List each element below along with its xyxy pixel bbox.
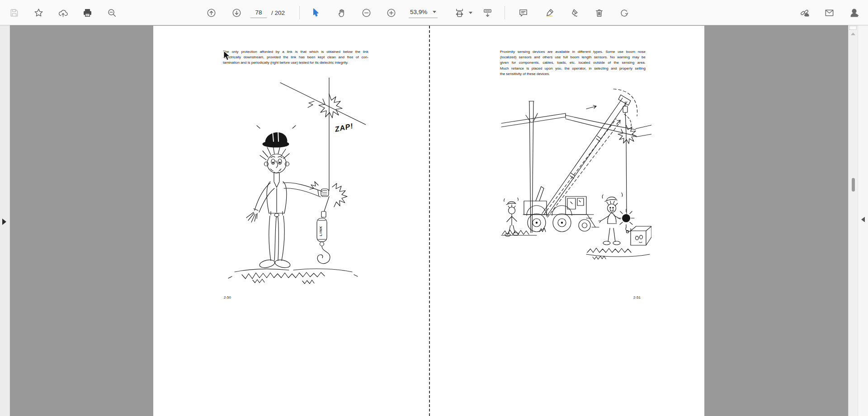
power-line <box>280 83 366 125</box>
vertical-scrollbar[interactable] <box>848 25 858 416</box>
rotate-button[interactable] <box>617 6 631 19</box>
plus-circle-icon <box>386 8 396 18</box>
pdf-viewer-window: / 202 <box>0 0 868 416</box>
search-button[interactable] <box>105 6 118 19</box>
spark-burst <box>319 94 342 118</box>
left-panel-expand-button[interactable] <box>2 219 6 225</box>
grass <box>242 272 325 279</box>
spark-zigzag <box>308 101 314 108</box>
zoom-in-button[interactable] <box>384 6 398 19</box>
person-add-icon <box>849 8 859 18</box>
delete-button[interactable] <box>592 6 606 19</box>
zap-text: ZAP! <box>334 122 354 133</box>
comment-button[interactable] <box>516 6 530 19</box>
arrow-down-circle-icon <box>231 8 242 18</box>
page-scrolling-icon <box>482 8 493 18</box>
toolbar: / 202 <box>0 0 868 25</box>
toolbar-divider <box>299 6 300 19</box>
hand-tool-button[interactable] <box>335 6 349 19</box>
cloud-upload-button[interactable] <box>56 6 70 19</box>
page-divider-dashed-line <box>429 26 430 416</box>
fit-width-control[interactable] <box>453 6 472 19</box>
hook-block <box>623 106 627 112</box>
fountain-pen-icon <box>569 8 579 18</box>
scrollbar-top-box <box>849 26 857 30</box>
save-button[interactable] <box>7 6 21 19</box>
print-button[interactable] <box>80 6 94 19</box>
left-page-number: 2-50 <box>224 295 231 299</box>
hand-spark-left <box>310 182 318 189</box>
swing-arrow <box>617 120 620 124</box>
page-count-label: / 202 <box>271 9 285 16</box>
share-link-button[interactable] <box>797 6 811 19</box>
printer-icon <box>82 8 93 18</box>
worker-head <box>509 207 515 214</box>
page-scroll-mode-button[interactable] <box>481 6 494 19</box>
shoe <box>274 259 291 269</box>
shoe <box>259 259 276 269</box>
paragraph-line: Much reliance is placed upon you, the op… <box>500 66 646 71</box>
link-cloud-icon <box>799 8 810 18</box>
paragraph-line: -electrically downstream, provided the l… <box>223 55 368 60</box>
hand-spark-right <box>332 183 347 207</box>
spark-burst <box>618 125 637 144</box>
chevron-down-icon <box>469 12 472 14</box>
rotate-icon <box>619 8 629 18</box>
next-page-button[interactable] <box>230 6 243 19</box>
operator-hat <box>605 197 617 201</box>
toolbar-left-group <box>7 0 118 25</box>
chevron-down-icon <box>433 11 436 13</box>
boom-tip <box>618 95 631 105</box>
fit-width-button[interactable] <box>453 6 466 19</box>
scroll-up-button[interactable] <box>851 33 855 35</box>
highlight-button[interactable] <box>542 6 556 19</box>
paragraph-line: The only protection afforded by a link i… <box>223 49 368 55</box>
worker-hat <box>506 201 516 205</box>
right-panel-expand-button[interactable] <box>861 217 865 222</box>
select-tool-button[interactable] <box>309 6 322 19</box>
zoom-level-value: 53,9% <box>410 9 427 15</box>
document-spread[interactable]: The only protection afforded by a link i… <box>153 26 704 416</box>
hook-ball <box>623 215 630 222</box>
illustration-shocked-worker-link: ZAP! <box>226 78 366 308</box>
scrollbar-thumb[interactable] <box>852 178 855 192</box>
zoom-out-button[interactable] <box>359 6 373 19</box>
search-icon <box>107 8 117 18</box>
highlighter-icon <box>544 8 555 18</box>
right-page-number: 2-51 <box>633 295 641 299</box>
right-panel-rail <box>858 25 868 416</box>
fill-sign-button[interactable] <box>567 6 580 19</box>
previous-page-button[interactable] <box>204 6 218 19</box>
left-panel-rail <box>0 25 10 416</box>
crane-boom <box>542 98 627 216</box>
grass <box>586 248 650 257</box>
hook <box>317 246 330 264</box>
zoom-level-control[interactable]: 53,9% <box>409 7 438 18</box>
paragraph-line: the sensitivity of these devices. <box>500 71 646 77</box>
favorite-star-button[interactable] <box>32 6 45 19</box>
comment-bubble-icon <box>518 8 528 18</box>
toolbar-divider <box>505 6 505 19</box>
email-button[interactable] <box>822 6 836 19</box>
right-page-paragraph: Proximity sensing devices are available … <box>500 49 646 77</box>
profile-add-button[interactable] <box>847 6 861 19</box>
select-cursor-icon <box>311 8 321 18</box>
paragraph-line: given for components, cables, loads, etc… <box>500 60 646 65</box>
toolbar-center-group: / 202 <box>204 0 631 25</box>
minus-circle-icon <box>361 8 372 18</box>
swing-arrow <box>586 105 596 109</box>
fit-width-icon <box>454 8 465 18</box>
envelope-icon <box>824 8 835 18</box>
paragraph-line: tamination and is periodically (right be… <box>223 60 368 65</box>
page-number-input[interactable] <box>250 8 267 18</box>
star-icon <box>33 8 44 18</box>
link-label: LINK <box>319 225 323 236</box>
paragraph-line: (localized) sensors and others use full … <box>500 55 646 60</box>
left-page-paragraph: The only protection afforded by a link i… <box>223 49 368 66</box>
trash-icon <box>594 8 604 18</box>
wheel <box>579 220 590 231</box>
grass <box>501 230 537 235</box>
illustration-crane-power-line <box>498 80 651 261</box>
head <box>267 154 286 173</box>
cloud-upload-icon <box>58 8 68 18</box>
